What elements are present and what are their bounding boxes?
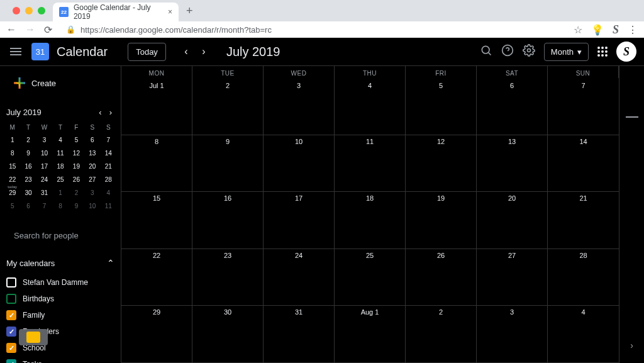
mini-day-cell[interactable]: 5 xyxy=(5,200,19,212)
next-period-button[interactable]: › xyxy=(196,44,211,59)
mini-day-cell[interactable]: 1 xyxy=(53,187,67,199)
widget-overlay-icon[interactable] xyxy=(19,329,48,345)
bookmark-icon[interactable]: ☆ xyxy=(574,24,582,36)
day-cell[interactable]: 2 xyxy=(406,306,477,363)
day-cell[interactable]: 21 xyxy=(548,192,619,249)
create-button[interactable]: Create xyxy=(5,72,65,94)
mini-day-cell[interactable]: 14 xyxy=(101,147,116,159)
mini-day-cell[interactable]: 2 xyxy=(69,187,84,199)
calendar-checkbox[interactable] xyxy=(6,343,16,353)
close-window-button[interactable] xyxy=(13,7,20,14)
mini-day-cell[interactable]: 8 xyxy=(53,200,67,212)
search-icon[interactable] xyxy=(480,44,492,60)
calendar-checkbox[interactable] xyxy=(6,277,16,288)
today-button[interactable]: Today xyxy=(128,43,166,61)
day-cell[interactable]: 8 xyxy=(121,135,192,193)
day-cell[interactable]: 13 xyxy=(477,135,548,193)
mini-day-cell[interactable]: 6 xyxy=(85,134,99,146)
day-cell[interactable]: 10 xyxy=(264,135,335,193)
close-tab-icon[interactable]: × xyxy=(168,8,172,16)
minimize-window-button[interactable] xyxy=(25,7,33,14)
mini-day-cell[interactable]: 22 xyxy=(5,174,19,186)
day-cell[interactable]: 28 xyxy=(548,249,619,306)
view-selector[interactable]: Month ▾ xyxy=(544,43,589,61)
mini-day-cell[interactable]: 7 xyxy=(101,134,116,146)
new-tab-button[interactable]: + xyxy=(179,4,201,18)
address-bar[interactable]: 🔒 https://calendar.google.com/calendar/r… xyxy=(61,25,565,35)
day-cell[interactable]: 2 xyxy=(192,78,264,135)
mini-day-cell[interactable]: 31 xyxy=(37,187,52,199)
day-cell[interactable]: 3 xyxy=(477,306,548,363)
mini-day-cell[interactable]: 17 xyxy=(37,160,52,172)
mini-day-cell[interactable]: 27 xyxy=(85,174,99,186)
day-cell[interactable]: 27 xyxy=(477,249,548,306)
day-cell[interactable]: 23 xyxy=(192,249,264,306)
mini-day-cell[interactable]: 2 xyxy=(21,134,35,146)
mini-prev-button[interactable]: ‹ xyxy=(96,106,104,118)
day-cell[interactable]: 29 xyxy=(121,306,192,363)
day-cell[interactable]: 22 xyxy=(121,249,192,306)
day-cell[interactable]: 4 xyxy=(335,78,406,135)
mini-day-cell[interactable]: 1 xyxy=(5,134,19,146)
mini-day-cell[interactable]: 9 xyxy=(21,147,35,159)
calendar-checkbox[interactable] xyxy=(6,310,16,320)
calendar-item[interactable]: Tasks xyxy=(5,356,116,363)
calendar-item[interactable]: Stefan Van Damme xyxy=(5,274,116,291)
day-cell[interactable]: 12 xyxy=(406,135,477,193)
calendar-checkbox[interactable] xyxy=(6,359,16,363)
day-cell[interactable]: 18 xyxy=(335,192,406,249)
mini-day-cell[interactable]: 28 xyxy=(101,174,116,186)
mini-day-cell[interactable]: 12 xyxy=(69,147,84,159)
help-icon[interactable] xyxy=(501,44,514,60)
day-cell[interactable]: 11 xyxy=(335,135,406,193)
account-avatar[interactable]: S xyxy=(616,42,636,62)
side-panel-item[interactable] xyxy=(626,116,638,118)
google-apps-button[interactable] xyxy=(597,47,608,57)
mini-day-cell[interactable]: 11 xyxy=(53,147,67,159)
browser-menu-icon[interactable]: ⋮ xyxy=(628,24,638,36)
day-cell[interactable]: Jul 1 xyxy=(121,78,192,135)
prev-period-button[interactable]: ‹ xyxy=(179,44,194,59)
mini-day-cell[interactable]: 9 xyxy=(69,200,84,212)
mini-day-cell[interactable]: 18 xyxy=(53,160,67,172)
mini-day-cell[interactable]: 24 xyxy=(37,174,52,186)
forward-button[interactable]: → xyxy=(25,24,35,35)
mini-day-cell[interactable]: 10 xyxy=(85,200,99,212)
mini-day-cell[interactable]: 3 xyxy=(37,134,52,146)
mini-day-cell[interactable]: 4 xyxy=(53,134,67,146)
mini-day-cell[interactable]: 30 xyxy=(21,187,35,199)
day-cell[interactable]: 3 xyxy=(264,78,335,135)
day-cell[interactable]: 4 xyxy=(548,306,619,363)
mini-day-cell[interactable]: 15 xyxy=(5,160,19,172)
day-cell[interactable]: 9 xyxy=(192,135,264,193)
day-cell[interactable]: 31 xyxy=(264,306,335,363)
maximize-window-button[interactable] xyxy=(38,7,45,14)
day-cell[interactable]: 24 xyxy=(264,249,335,306)
mini-day-cell[interactable]: 4 xyxy=(101,187,116,199)
mini-day-cell[interactable]: 13 xyxy=(85,147,99,159)
mini-day-cell[interactable]: 6 xyxy=(21,200,35,212)
calendar-item[interactable]: Birthdays xyxy=(5,291,116,307)
day-cell[interactable]: 7 xyxy=(548,78,619,135)
mini-day-cell[interactable]: 5 xyxy=(69,134,84,146)
calendar-item[interactable]: Family xyxy=(5,307,116,323)
mini-day-cell[interactable]: 8 xyxy=(5,147,19,159)
mini-next-button[interactable]: › xyxy=(107,106,114,118)
day-cell[interactable]: 5 xyxy=(406,78,477,135)
day-cell[interactable]: 26 xyxy=(406,249,477,306)
main-menu-button[interactable] xyxy=(8,45,24,58)
my-calendars-header[interactable]: My calendars ⌃ xyxy=(5,255,116,271)
mini-day-cell[interactable]: 10 xyxy=(37,147,52,159)
day-cell[interactable]: 30 xyxy=(192,306,264,363)
day-cell[interactable]: 20 xyxy=(477,192,548,249)
day-cell[interactable]: 6 xyxy=(477,78,548,135)
day-cell[interactable]: 17 xyxy=(264,192,335,249)
search-people-input[interactable]: Search for people xyxy=(5,227,116,244)
day-cell[interactable]: 16 xyxy=(192,192,264,249)
reload-button[interactable]: ⟳ xyxy=(44,24,52,36)
day-cell[interactable]: 19 xyxy=(406,192,477,249)
mini-day-cell[interactable]: 21 xyxy=(101,160,116,172)
browser-tab[interactable]: 22 Google Calendar - July 2019 × xyxy=(53,3,179,21)
mini-day-cell[interactable]: 19 xyxy=(69,160,84,172)
extension-s-icon[interactable]: S xyxy=(613,23,619,36)
